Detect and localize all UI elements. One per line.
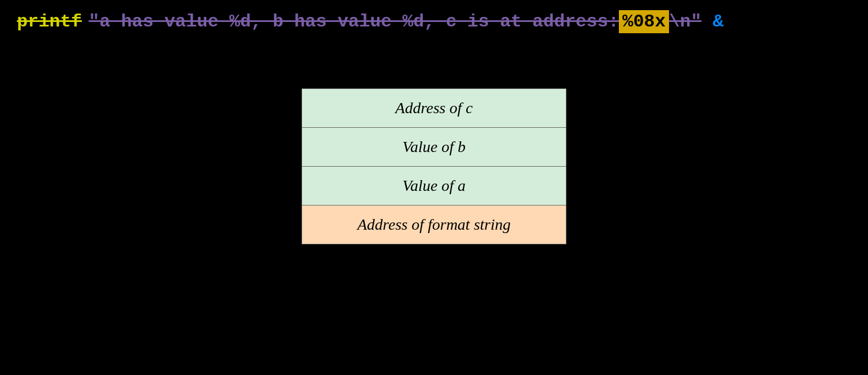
format-string-before: "a has value %d, b has value %d, c is at… <box>88 11 619 32</box>
format-string-after: \n" <box>669 11 702 32</box>
table-row: Value of b <box>302 128 566 167</box>
ampersand-symbol: & <box>713 11 724 32</box>
stack-diagram: Address of c Value of b Value of a Addre… <box>0 88 868 244</box>
stack-table: Address of c Value of b Value of a Addre… <box>302 88 566 244</box>
code-header: printf "a has value %d, b has value %d, … <box>0 0 868 43</box>
printf-keyword: printf <box>17 11 82 32</box>
table-row: Value of a <box>302 167 566 206</box>
table-row: Address of format string <box>302 206 566 244</box>
stack-cell-value-b: Value of b <box>302 128 566 167</box>
format-specifier-highlight: %08x <box>619 10 669 33</box>
stack-cell-value-a: Value of a <box>302 167 566 206</box>
stack-cell-address-c: Address of c <box>302 89 566 128</box>
stack-cell-format-string: Address of format string <box>302 206 566 244</box>
table-row: Address of c <box>302 89 566 128</box>
